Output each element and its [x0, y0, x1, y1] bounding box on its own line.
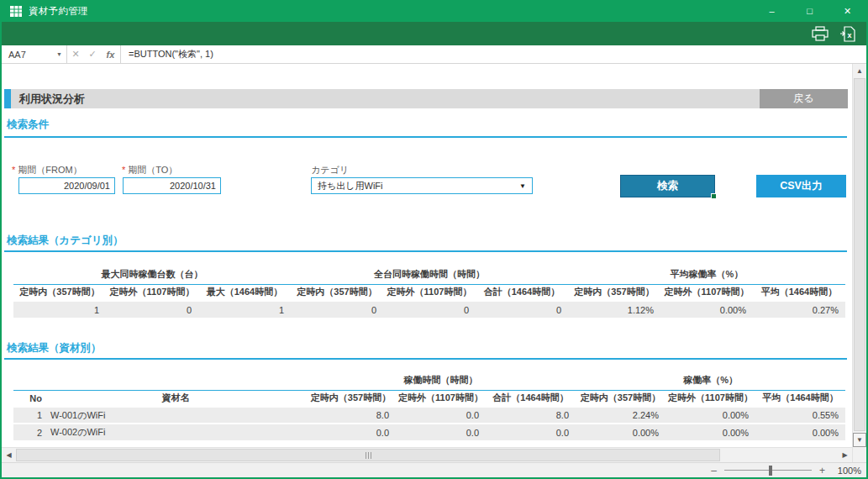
data-cell: 1 — [198, 301, 291, 318]
data-cell: 0.27% — [753, 301, 845, 318]
column-header-cell: 定時内（357時間） — [576, 390, 665, 407]
table-group-header-row: 最大同時稼働台数（台） 全台同時稼働時間（時間） 平均稼働率（%） — [13, 264, 845, 284]
maximize-button[interactable]: □ — [791, 0, 829, 22]
table-row: 1 0 1 0 0 0 1.12% 0.00% 0.27% — [13, 301, 845, 318]
group-header-cell: 全台同時稼働時間（時間） — [291, 264, 568, 284]
close-button[interactable]: ✕ — [829, 0, 866, 22]
scroll-up-icon[interactable]: ▲ — [853, 64, 866, 78]
cell-reference: AA7 — [8, 50, 26, 60]
data-cell: 0 — [476, 301, 568, 318]
column-header-cell: 定時外（1107時間） — [106, 284, 198, 301]
zoom-in-button[interactable]: + — [819, 465, 825, 476]
category-results-heading: 検索結果（カテゴリ別） — [7, 234, 124, 248]
column-header-cell: No — [13, 390, 45, 407]
zoom-slider-thumb[interactable] — [769, 466, 772, 476]
data-cell: 0 — [291, 301, 383, 318]
insert-function-icon[interactable]: fx — [101, 45, 121, 63]
column-header-cell: 定時外（1107時間） — [660, 284, 753, 301]
export-excel-icon[interactable]: x — [839, 26, 856, 42]
cell-name-box[interactable]: AA7 ▼ — [2, 45, 67, 63]
data-cell: 1 — [13, 407, 45, 424]
data-cell: 8.0 — [486, 407, 576, 424]
table-row: 1 W-001のWiFi 8.0 0.0 8.0 2.24% 0.00% 0.5… — [13, 407, 845, 424]
data-cell: 0.0 — [486, 424, 576, 440]
window-title: 資材予約管理 — [29, 5, 88, 18]
data-cell: 0.00% — [665, 407, 755, 424]
table-group-header-row: 稼働時間（時間） 稼働率（%） — [13, 370, 845, 390]
back-button[interactable]: 戻る — [760, 89, 848, 108]
column-header-cell: 合計（1464時間） — [486, 390, 576, 407]
data-cell: 0 — [383, 301, 476, 318]
print-icon[interactable] — [811, 26, 829, 42]
group-header-spacer — [13, 370, 306, 390]
period-to-input[interactable] — [123, 177, 221, 194]
svg-text:x: x — [847, 31, 851, 39]
data-cell: 0.00% — [660, 301, 753, 318]
chevron-down-icon: ▼ — [519, 182, 526, 190]
data-cell: 0.00% — [755, 424, 845, 440]
minimize-button[interactable]: – — [753, 0, 791, 22]
formula-enter-icon[interactable]: ✓ — [84, 45, 101, 63]
data-cell: 0.00% — [576, 424, 665, 440]
period-from-input[interactable] — [18, 177, 115, 194]
status-bar: – + 100% — [2, 462, 866, 477]
column-header-cell: 平均（1464時間） — [753, 284, 845, 301]
group-header-cell: 稼働時間（時間） — [306, 370, 576, 390]
vertical-scrollbar[interactable]: ▲ ▼ — [852, 64, 866, 447]
category-selected-value: 持ち出し用WiFi — [318, 180, 383, 192]
fill-handle[interactable] — [711, 193, 717, 199]
section-divider — [4, 136, 847, 138]
data-cell: 0.0 — [396, 424, 486, 440]
group-header-cell: 最大同時稼働台数（台） — [13, 264, 291, 284]
table-column-header-row: No 資材名 定時内（357時間） 定時外（1107時間） 合計（1464時間）… — [13, 390, 845, 407]
data-cell: W-001のWiFi — [45, 407, 306, 424]
column-header-cell: 定時外（1107時間） — [383, 284, 476, 301]
vscroll-thumb[interactable] — [854, 78, 865, 431]
search-button[interactable]: 検索 — [620, 175, 715, 197]
content-pane: 利用状況分析 戻る 検索条件 *期間（FROM） *期間（TO） カテゴリ 持ち… — [2, 64, 852, 447]
required-mark: * — [122, 165, 125, 175]
data-cell: 0 — [106, 301, 198, 318]
hscroll-thumb[interactable] — [16, 449, 720, 461]
main-area: 利用状況分析 戻る 検索条件 *期間（FROM） *期間（TO） カテゴリ 持ち… — [2, 64, 866, 477]
column-header-cell: 合計（1464時間） — [476, 284, 568, 301]
section-divider — [4, 358, 847, 360]
data-cell: 0.0 — [306, 424, 396, 440]
zoom-slider[interactable] — [724, 466, 812, 476]
column-header-cell: 定時内（357時間） — [306, 390, 396, 407]
column-header-cell: 定時内（357時間） — [13, 284, 106, 301]
group-header-cell: 平均稼働率（%） — [568, 264, 845, 284]
data-cell: 0.00% — [665, 424, 755, 440]
table-row: 2 W-002のWiFi 0.0 0.0 0.0 0.00% 0.00% 0.0… — [13, 424, 845, 440]
required-mark: * — [12, 165, 15, 175]
column-header-cell: 資材名 — [45, 390, 306, 407]
formula-cancel-icon[interactable]: ✕ — [67, 45, 84, 63]
formula-input[interactable]: =BUTTON("検索", 1) — [121, 45, 866, 63]
scroll-right-icon[interactable]: ▶ — [838, 448, 852, 462]
horizontal-scrollbar[interactable]: ◀ ▶ — [2, 447, 852, 462]
category-label: カテゴリ — [311, 164, 349, 176]
column-header-cell: 最大（1464時間） — [198, 284, 291, 301]
data-cell: 1.12% — [568, 301, 660, 318]
scroll-down-icon[interactable]: ▼ — [853, 433, 866, 447]
csv-export-button[interactable]: CSV出力 — [756, 175, 846, 197]
material-results-heading: 検索結果（資材別） — [7, 341, 102, 355]
namebox-dropdown-icon[interactable]: ▼ — [56, 51, 62, 57]
scroll-left-icon[interactable]: ◀ — [2, 448, 16, 462]
data-cell: 2 — [13, 424, 45, 440]
search-conditions-heading: 検索条件 — [7, 118, 49, 132]
category-results-table: 最大同時稼働台数（台） 全台同時稼働時間（時間） 平均稼働率（%） 定時内（35… — [13, 264, 845, 318]
table-column-header-row: 定時内（357時間） 定時外（1107時間） 最大（1464時間） 定時内（35… — [13, 284, 845, 301]
data-cell: 2.24% — [576, 407, 665, 424]
formula-bar: AA7 ▼ ✕ ✓ fx =BUTTON("検索", 1) — [2, 45, 866, 64]
zoom-out-button[interactable]: – — [711, 465, 717, 476]
zoom-level[interactable]: 100% — [833, 466, 861, 476]
page-title-accent — [4, 89, 11, 108]
period-to-label: *期間（TO） — [122, 164, 177, 176]
column-header-cell: 定時外（1107時間） — [665, 390, 755, 407]
app-window: 資材予約管理 – □ ✕ x AA7 ▼ ✕ — [0, 0, 868, 479]
category-select[interactable]: 持ち出し用WiFi ▼ — [311, 177, 533, 194]
group-header-cell: 稼働率（%） — [576, 370, 845, 390]
data-cell: 1 — [13, 301, 106, 318]
material-results-table: 稼働時間（時間） 稼働率（%） No 資材名 定時内（357時間） 定時外（11… — [13, 370, 845, 440]
